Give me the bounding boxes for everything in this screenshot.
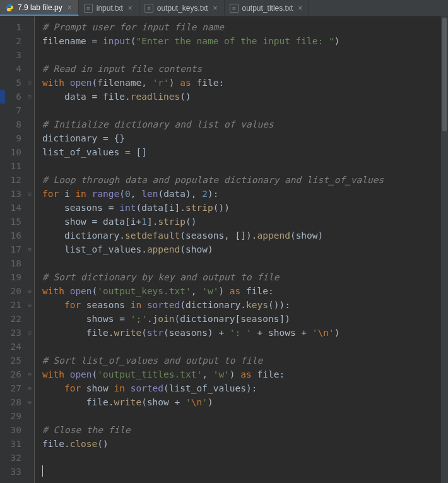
tab-active-file[interactable]: 7.9 lab file.py × [0,0,79,16]
line-number[interactable]: 14 [5,201,21,215]
code-line[interactable]: seasons = int(data[i].strip()) [42,201,441,215]
line-number[interactable]: 25 [5,354,21,367]
line-number-gutter[interactable]: 1234567891011121314151617181920212223242… [5,16,25,483]
code-line[interactable]: # Initialize dictionary and list of valu… [42,117,441,131]
line-number[interactable]: 27 [5,381,21,395]
editor-tabbar: 7.9 lab file.py × ≡ input.txt × ≡ output… [0,0,448,16]
code-line[interactable]: # Sort dictionary by key and output to f… [42,270,441,284]
line-number[interactable]: 11 [5,159,21,173]
line-highlight [0,90,5,104]
line-number[interactable]: 3 [5,48,21,62]
fold-open-icon[interactable]: ⊟ [28,302,31,308]
line-number[interactable]: 29 [5,409,21,423]
code-line[interactable]: file.close() [42,437,441,451]
code-line[interactable]: filename = input("Enter the name of the … [42,34,441,48]
line-number[interactable]: 30 [5,423,21,437]
line-number[interactable]: 26 [5,367,21,381]
code-editor: 1234567891011121314151617181920212223242… [0,16,448,483]
tab-label: output_keys.txt [157,4,208,13]
code-line[interactable]: data = file.readlines() [42,90,441,104]
line-number[interactable]: 8 [5,117,21,131]
code-line[interactable]: for seasons in sorted(dictionary.keys())… [42,298,441,312]
code-line[interactable]: for i in range(0, len(data), 2): [42,187,441,201]
code-line[interactable]: with open(filename, 'r') as file: [42,76,441,90]
fold-open-icon[interactable]: ⊟ [28,386,31,391]
close-icon[interactable]: × [127,4,134,13]
code-line[interactable] [42,48,441,62]
line-number[interactable]: 19 [5,270,21,284]
fold-close-icon[interactable]: ⊟ [28,247,31,253]
code-line[interactable] [42,409,441,423]
fold-close-icon[interactable]: ⊟ [28,400,31,405]
code-line[interactable]: list_of_values.append(show) [42,242,441,256]
fold-open-icon[interactable]: ⊟ [28,80,31,86]
line-number[interactable]: 10 [5,145,21,159]
code-line[interactable] [42,256,441,270]
line-number[interactable]: 5 [5,76,21,90]
scrollbar-thumb[interactable] [442,18,447,131]
text-file-icon: ≡ [230,4,239,13]
fold-open-icon[interactable]: ⊟ [28,289,31,294]
fold-open-icon[interactable]: ⊟ [28,372,31,378]
fold-open-icon[interactable]: ⊟ [28,191,31,197]
line-number[interactable]: 9 [5,131,21,145]
fold-gutter[interactable]: ⊟⊟⊟⊟⊟⊟⊟⊟⊟⊟ [25,16,34,483]
line-number[interactable]: 15 [5,215,21,229]
line-number[interactable]: 31 [5,437,21,451]
code-line[interactable]: with open('output_keys.txt', 'w') as fil… [42,284,441,298]
line-number[interactable]: 21 [5,298,21,312]
tab-label: input.txt [97,4,123,13]
line-number[interactable]: 4 [5,62,21,76]
line-number[interactable]: 1 [5,20,21,34]
code-line[interactable] [42,340,441,354]
code-line[interactable] [42,451,441,465]
code-line[interactable] [42,465,441,479]
line-number[interactable]: 7 [5,104,21,117]
line-number[interactable]: 13 [5,187,21,201]
code-line[interactable]: # Sort list_of_values and output to file [42,354,441,367]
line-number[interactable]: 22 [5,312,21,326]
line-number[interactable]: 6 [5,90,21,104]
fold-close-icon[interactable]: ⊟ [28,330,31,336]
code-line[interactable]: # Prompt user for input file name [42,20,441,34]
line-number[interactable]: 16 [5,229,21,242]
python-file-icon [5,3,14,12]
code-line[interactable]: # Read in input file contents [42,62,441,76]
line-number[interactable]: 23 [5,326,21,340]
line-number[interactable]: 32 [5,451,21,465]
code-line[interactable]: # Close the file [42,423,441,437]
code-line[interactable]: file.write(str(seasons) + ': ' + shows +… [42,326,441,340]
vertical-scrollbar[interactable] [441,16,448,483]
tab-file-1[interactable]: ≡ input.txt × [79,0,139,16]
tab-label: output_titles.txt [242,4,293,13]
line-number[interactable]: 33 [5,465,21,479]
line-number[interactable]: 28 [5,395,21,409]
line-number[interactable]: 17 [5,242,21,256]
code-line[interactable]: with open('output_titles.txt', 'w') as f… [42,367,441,381]
tab-file-2[interactable]: ≡ output_keys.txt × [139,0,225,16]
close-icon[interactable]: × [66,3,73,12]
close-icon[interactable]: × [297,4,304,13]
code-line[interactable]: dictionary.setdefault(seasons, []).appen… [42,229,441,242]
line-number[interactable]: 18 [5,256,21,270]
line-number[interactable]: 24 [5,340,21,354]
code-line[interactable]: # Loop through data and populate diction… [42,173,441,187]
gutter-stripe [0,16,5,483]
code-line[interactable]: list_of_values = [] [42,145,441,159]
line-number[interactable]: 2 [5,34,21,48]
line-number[interactable]: 20 [5,284,21,298]
code-line[interactable]: dictionary = {} [42,131,441,145]
code-area[interactable]: # Prompt user for input file namefilenam… [34,16,441,483]
text-file-icon: ≡ [144,4,153,13]
code-line[interactable]: for show in sorted(list_of_values): [42,381,441,395]
code-line[interactable]: shows = ';'.join(dictionary[seasons]) [42,312,441,326]
code-line[interactable] [42,104,441,117]
code-line[interactable]: show = data[i+1].strip() [42,215,441,229]
close-icon[interactable]: × [212,4,219,13]
fold-close-icon[interactable]: ⊟ [28,94,31,100]
code-line[interactable] [42,159,441,173]
text-file-icon: ≡ [84,4,93,13]
line-number[interactable]: 12 [5,173,21,187]
tab-file-3[interactable]: ≡ output_titles.txt × [225,0,310,16]
code-line[interactable]: file.write(show + '\n') [42,395,441,409]
